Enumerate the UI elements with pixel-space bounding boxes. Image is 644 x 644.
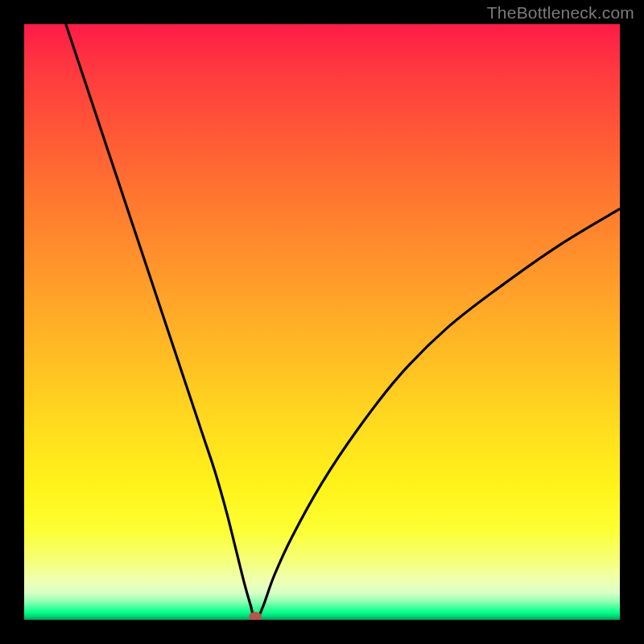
bottleneck-curve [66,24,620,620]
plot-area [24,24,620,620]
chart-frame: TheBottleneck.com [0,0,644,644]
attribution-text: TheBottleneck.com [487,3,634,23]
curve-svg [24,24,620,620]
